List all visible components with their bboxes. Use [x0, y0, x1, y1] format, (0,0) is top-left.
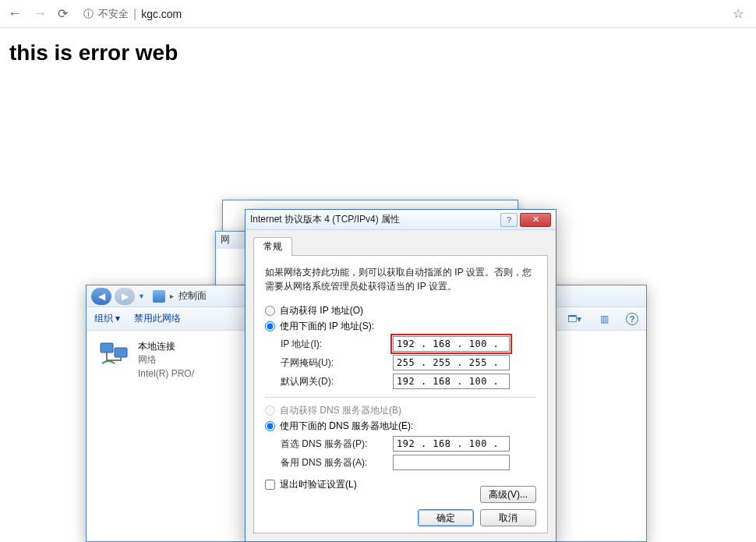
page-heading: this is error web: [0, 28, 756, 78]
svg-rect-2: [115, 348, 127, 357]
chevron-right-icon: ▸: [170, 292, 174, 300]
breadcrumb-text: 控制面: [178, 289, 207, 303]
back-icon[interactable]: ←: [8, 5, 22, 22]
control-panel-icon: [153, 290, 165, 303]
radio-manual-dns-input[interactable]: [265, 421, 275, 431]
network-adapter-icon: [99, 340, 130, 368]
ipv4-properties-dialog: Internet 协议版本 4 (TCP/IPv4) 属性 ? ✕ 常规 如果网…: [245, 209, 556, 542]
tab-strip: 常规: [253, 236, 548, 256]
tab-general[interactable]: 常规: [253, 237, 292, 256]
tab-body: 如果网络支持此功能，则可以获取自动指派的 IP 设置。否则，您需要从网络系统管理…: [253, 256, 548, 533]
connection-status: 网络: [138, 353, 194, 367]
advanced-button[interactable]: 高级(V)...: [480, 486, 536, 503]
disable-network-link[interactable]: 禁用此网络: [134, 312, 181, 325]
browser-toolbar: ← → ⟳ ⓘ 不安全 | kgc.com ☆: [0, 0, 756, 28]
cp-forward-button[interactable]: ▶: [115, 288, 135, 305]
dialog-description: 如果网络支持此功能，则可以获取自动指派的 IP 设置。否则，您需要从网络系统管理…: [265, 265, 536, 293]
security-label: 不安全: [98, 7, 129, 21]
view-dropdown-icon[interactable]: 🗖▾: [567, 312, 582, 326]
connection-name: 本地连接: [138, 340, 194, 353]
radio-manual-dns-label: 使用下面的 DNS 服务器地址(E):: [280, 420, 413, 433]
dns1-label: 首选 DNS 服务器(P):: [281, 437, 387, 451]
subnet-mask-input[interactable]: [393, 355, 510, 370]
validate-checkbox[interactable]: [265, 480, 275, 490]
radio-auto-dns: 自动获得 DNS 服务器地址(B): [265, 404, 536, 417]
dialog-close-button[interactable]: ✕: [520, 213, 551, 227]
gateway-input[interactable]: [393, 374, 510, 389]
svg-rect-1: [101, 343, 113, 352]
forward-icon[interactable]: →: [33, 5, 47, 22]
address-bar[interactable]: ⓘ 不安全 | kgc.com: [83, 7, 722, 21]
connection-text: 本地连接 网络 Intel(R) PRO/: [138, 340, 194, 381]
radio-manual-ip-input[interactable]: [265, 321, 275, 331]
preview-pane-icon[interactable]: ▥: [596, 312, 612, 326]
dialog-titlebar: Internet 协议版本 4 (TCP/IPv4) 属性 ? ✕: [246, 210, 556, 230]
connection-adapter: Intel(R) PRO/: [138, 367, 194, 381]
cp-history-drop-icon[interactable]: ▼: [138, 292, 145, 300]
cancel-button[interactable]: 取消: [480, 509, 536, 526]
radio-auto-dns-input: [265, 406, 275, 416]
gateway-label: 默认网关(D):: [281, 375, 387, 388]
reload-icon[interactable]: ⟳: [58, 6, 68, 21]
organize-menu[interactable]: 组织 ▾: [94, 312, 120, 325]
dns2-input[interactable]: [393, 455, 510, 470]
radio-manual-dns[interactable]: 使用下面的 DNS 服务器地址(E):: [265, 420, 536, 433]
subnet-mask-label: 子网掩码(U):: [281, 356, 387, 370]
radio-auto-dns-label: 自动获得 DNS 服务器地址(B): [280, 404, 401, 417]
bookmark-star-icon[interactable]: ☆: [733, 6, 744, 21]
dialog-help-button[interactable]: ?: [500, 213, 518, 227]
radio-auto-ip-input[interactable]: [265, 306, 275, 316]
cp-back-button[interactable]: ◀: [91, 288, 111, 305]
address-divider: |: [133, 7, 136, 21]
validate-label: 退出时验证设置(L): [280, 478, 357, 491]
divider: [265, 397, 536, 398]
radio-manual-ip[interactable]: 使用下面的 IP 地址(S):: [265, 320, 536, 333]
url-text: kgc.com: [141, 8, 182, 20]
radio-auto-ip[interactable]: 自动获得 IP 地址(O): [265, 304, 536, 317]
dialog-title: Internet 协议版本 4 (TCP/IPv4) 属性: [250, 213, 500, 226]
ip-address-label: IP 地址(I):: [281, 338, 387, 351]
ok-button[interactable]: 确定: [418, 509, 474, 526]
ip-address-input[interactable]: [393, 336, 510, 352]
info-icon: ⓘ: [83, 7, 94, 21]
radio-manual-ip-label: 使用下面的 IP 地址(S):: [280, 320, 374, 333]
dns2-label: 备用 DNS 服务器(A):: [281, 456, 387, 469]
help-icon[interactable]: ?: [626, 313, 638, 325]
radio-auto-ip-label: 自动获得 IP 地址(O): [280, 304, 363, 317]
dns1-input[interactable]: [393, 436, 510, 452]
